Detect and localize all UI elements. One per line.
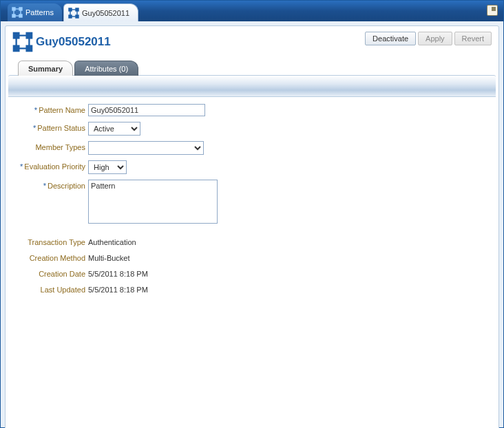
pattern-icon [12, 32, 33, 52]
header-strip [8, 75, 496, 97]
svg-rect-2 [12, 14, 15, 17]
top-tab-bar: Patterns Guy05052011 [1, 1, 503, 21]
svg-rect-11 [76, 15, 78, 18]
svg-rect-9 [76, 8, 78, 11]
deactivate-button[interactable]: Deactivate [365, 32, 416, 45]
label-creation-method: Creation Method [6, 252, 88, 262]
row-evaluation-priority: *Evaluation Priority High [6, 160, 492, 174]
pattern-status-select[interactable]: Active [88, 122, 140, 136]
label-pattern-status: *Pattern Status [6, 122, 88, 132]
member-types-select[interactable] [88, 141, 204, 155]
restore-icon[interactable] [487, 5, 498, 16]
tab-patterns[interactable]: Patterns [8, 3, 62, 21]
label-transaction-type: Transaction Type [6, 236, 88, 246]
row-description: *Description [6, 180, 492, 224]
description-input[interactable] [88, 180, 218, 224]
svg-rect-10 [69, 15, 72, 18]
row-creation-date: Creation Date 5/5/2011 8:18 PM [6, 268, 492, 278]
summary-form: *Pattern Name *Pattern Status Active Mem… [6, 97, 498, 306]
tab-current-label: Guy05052011 [82, 9, 129, 17]
pattern-icon [68, 8, 79, 19]
label-last-updated: Last Updated [6, 283, 88, 294]
label-creation-date: Creation Date [6, 268, 88, 278]
evaluation-priority-select[interactable]: High [88, 160, 127, 174]
svg-rect-0 [12, 8, 15, 10]
value-last-updated: 5/5/2011 8:18 PM [88, 283, 148, 294]
pattern-icon [12, 7, 23, 18]
label-description: *Description [6, 180, 88, 190]
app-window: Patterns Guy05052011 Guy05052011 Deactiv… [0, 0, 504, 428]
row-pattern-status: *Pattern Status Active [6, 122, 492, 136]
value-transaction-type: Authentication [88, 236, 136, 246]
label-member-types: Member Types [6, 141, 88, 151]
tab-patterns-label: Patterns [25, 8, 54, 17]
revert-button[interactable]: Revert [454, 32, 492, 45]
svg-rect-8 [69, 8, 72, 11]
svg-rect-16 [14, 33, 19, 39]
page-title: Guy05052011 [36, 35, 111, 49]
main-panel: Guy05052011 Deactivate Apply Revert Summ… [5, 25, 499, 428]
row-creation-method: Creation Method Multi-Bucket [6, 252, 492, 262]
tab-attributes[interactable]: Attributes (0) [74, 61, 138, 76]
apply-button[interactable]: Apply [418, 32, 452, 45]
label-evaluation-priority: *Evaluation Priority [6, 160, 88, 171]
svg-rect-17 [27, 33, 32, 39]
tab-summary[interactable]: Summary [18, 61, 73, 76]
tab-attributes-label: Attributes (0) [85, 65, 128, 73]
svg-rect-1 [19, 8, 22, 10]
row-transaction-type: Transaction Type Authentication [6, 236, 492, 246]
pattern-name-input[interactable] [88, 104, 205, 116]
inner-tab-bar: Summary Attributes (0) [6, 59, 498, 76]
tab-summary-label: Summary [28, 65, 63, 73]
svg-rect-19 [27, 46, 32, 52]
svg-rect-3 [19, 14, 22, 17]
tab-current[interactable]: Guy05052011 [63, 3, 138, 21]
label-pattern-name: *Pattern Name [6, 104, 88, 114]
row-member-types: Member Types [6, 141, 492, 155]
action-buttons: Deactivate Apply Revert [365, 32, 492, 45]
row-last-updated: Last Updated 5/5/2011 8:18 PM [6, 283, 492, 294]
title-bar: Guy05052011 Deactivate Apply Revert [6, 26, 498, 55]
value-creation-date: 5/5/2011 8:18 PM [88, 268, 148, 278]
row-pattern-name: *Pattern Name [6, 104, 492, 116]
svg-rect-18 [14, 46, 19, 52]
value-creation-method: Multi-Bucket [88, 252, 130, 262]
